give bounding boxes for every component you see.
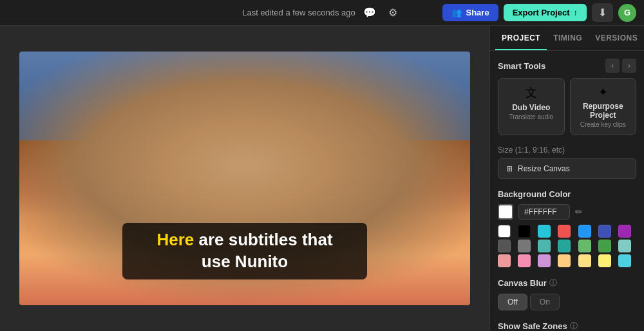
color-grid [498,225,636,267]
canvas-blur-info-icon[interactable]: ⓘ [549,278,557,288]
download-icon: ⬇ [598,7,607,18]
dub-video-card[interactable]: 文 Dub Video Translate audio [498,78,565,135]
color-yellow-light[interactable] [598,254,611,267]
topbar-right: 👥 Share Export Project ↑ ⬇ G [427,3,636,22]
canvas-blur-title: Canvas Blur [498,278,547,288]
dub-name: Dub Video [504,103,559,112]
color-orange-light[interactable] [558,254,571,267]
tab-project[interactable]: PROJECT [495,26,547,50]
color-green-dark[interactable] [598,240,611,252]
comment-icon: 💬 [363,6,376,19]
repurpose-card[interactable]: ✦ Repurpose Project Create key clips [570,78,637,135]
share-label: Share [466,8,489,17]
share-icon: 👥 [451,8,462,17]
repurpose-desc: Create key clips [576,121,631,128]
color-blue[interactable] [578,225,591,238]
dub-icon: 文 [504,85,559,100]
resize-label: Resize Canvas [518,164,570,173]
safe-zones-header: Show Safe Zones ⓘ [498,321,636,331]
color-teal-dark[interactable] [558,240,571,252]
smart-tools-section: Smart Tools ‹ › 文 Dub Video Translate au… [498,59,636,135]
sidebar-content: Smart Tools ‹ › 文 Dub Video Translate au… [490,51,644,331]
blur-on-button[interactable]: On [530,294,560,310]
topbar: Last edited a few seconds ago 💬 ⚙ 👥 Shar… [0,0,644,26]
share-button[interactable]: 👥 Share [442,4,498,21]
safe-zones-info-icon[interactable]: ⓘ [570,321,578,331]
comment-button[interactable]: 💬 [361,4,379,22]
color-gray-dark[interactable] [498,240,511,252]
nav-prev-button[interactable]: ‹ [605,59,620,73]
edit-color-icon[interactable]: ✏ [575,207,583,217]
subtitle-bar: Here are subtitles that use Nunito [122,223,367,279]
last-edited-text: Last edited a few seconds ago [242,8,355,17]
safe-zones-title: Show Safe Zones [498,321,567,331]
video-canvas: Here are subtitles that use Nunito [19,52,470,305]
subtitle-line1-rest: are subtitles that [194,230,332,249]
main-content: Here are subtitles that use Nunito PROJE… [0,26,644,331]
color-cyan[interactable] [538,225,551,238]
download-button[interactable]: ⬇ [592,3,613,22]
size-section: Size (1:1, 9:16, etc) ⊞ Resize Canvas [498,146,636,179]
export-button[interactable]: Export Project ↑ [504,4,587,21]
canvas-blur-section: Canvas Blur ⓘ Off On [498,278,636,310]
subtitle-line2: use Nunito [138,251,352,273]
repurpose-name: Repurpose Project [576,102,631,120]
color-swatch-white[interactable] [498,204,513,220]
color-hex-input[interactable] [518,204,570,220]
canvas-blur-toggle: Off On [498,294,636,310]
color-purple[interactable] [618,225,631,238]
video-area: Here are subtitles that use Nunito [0,26,489,331]
gear-icon: ⚙ [388,6,397,19]
avatar-button[interactable]: G [618,4,636,22]
smart-tools-grid: 文 Dub Video Translate audio ✦ Repurpose … [498,78,636,135]
blur-off-button[interactable]: Off [498,294,527,310]
export-icon: ↑ [573,8,578,17]
repurpose-icon: ✦ [576,85,631,99]
color-cyan-light[interactable] [618,254,631,267]
color-purple-light[interactable] [538,254,551,267]
canvas-blur-header: Canvas Blur ⓘ [498,278,636,288]
color-pink[interactable] [518,254,531,267]
color-green[interactable] [578,240,591,252]
resize-icon: ⊞ [506,164,513,173]
subtitle-highlight: Here [156,230,194,249]
sidebar-tabs: PROJECT TIMING VERSIONS [490,26,644,51]
color-picker-row: ✏ [498,204,636,220]
color-black[interactable] [518,225,531,238]
size-label: Size (1:1, 9:16, etc) [498,146,636,155]
color-white[interactable] [498,225,511,238]
background-color-section: Background Color ✏ [498,189,636,267]
color-indigo[interactable] [598,225,611,238]
color-red-light[interactable] [498,254,511,267]
color-yellow[interactable] [578,254,591,267]
resize-canvas-button[interactable]: ⊞ Resize Canvas [498,158,636,179]
color-red[interactable] [558,225,571,238]
video-overlay: Here are subtitles that use Nunito [19,52,470,305]
subtitle-line1: Here are subtitles that [138,229,352,251]
color-gray[interactable] [518,240,531,252]
dub-desc: Translate audio [504,113,559,120]
color-teal-light[interactable] [618,240,631,252]
smart-tools-header: Smart Tools ‹ › [498,59,636,73]
safe-zones-section: Show Safe Zones ⓘ None All ♪ ▶ 📷 [498,321,636,331]
topbar-center: Last edited a few seconds ago 💬 ⚙ [217,4,426,22]
color-teal[interactable] [538,240,551,252]
settings-button[interactable]: ⚙ [384,4,402,22]
export-label: Export Project [513,8,570,17]
smart-tools-title: Smart Tools [498,61,545,71]
tab-timing[interactable]: TIMING [547,26,589,50]
bg-color-title: Background Color [498,189,636,199]
right-sidebar: PROJECT TIMING VERSIONS Smart Tools ‹ › … [489,26,644,331]
smart-tools-nav: ‹ › [605,59,636,73]
tab-versions[interactable]: VERSIONS [589,26,644,50]
avatar-label: G [624,8,630,17]
nav-next-button[interactable]: › [622,59,636,73]
